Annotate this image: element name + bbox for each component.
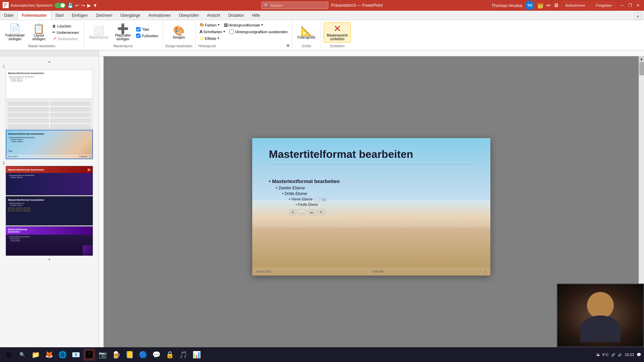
present-icon[interactable]: ▶ xyxy=(87,3,91,8)
filename-label: Präsentation3 — PowerPoint xyxy=(331,3,383,8)
left-ruler-vertical: · · · · · · · · · · · · · · · xyxy=(99,56,104,357)
taskbar-chrome[interactable]: 🌐 xyxy=(56,349,68,361)
titel-checkbox[interactable] xyxy=(136,27,141,32)
umbenennen-btn[interactable]: ✏ Umbenennen xyxy=(50,29,81,35)
design-group-items: 🎨 Designs xyxy=(169,22,189,43)
tab-dictation[interactable]: Dictation xyxy=(224,11,248,20)
taskbar-music[interactable]: 🎵 xyxy=(177,349,189,361)
taskbar-file-explorer[interactable]: 📁 xyxy=(30,349,42,361)
placeholder-icon: ➕ xyxy=(117,24,129,34)
hintergrundformate-btn[interactable]: 🖼 Hintergrundformate ▼ xyxy=(223,22,265,28)
tab-start[interactable]: Start xyxy=(51,11,68,20)
taskbar-camera[interactable]: 📷 xyxy=(97,349,109,361)
folienmaster-einfuegen-btn[interactable]: 📄 Folienmastereinfügen xyxy=(3,23,28,42)
hintergrundgrafiken-checkbox[interactable] xyxy=(229,29,234,34)
design-group-label: Design bearbeiten xyxy=(165,44,193,48)
fusszeilen-checkbox[interactable] xyxy=(136,34,141,38)
more-icon[interactable]: ▼ xyxy=(93,3,98,8)
platzhalter-label: Platzhaltereinfügen xyxy=(115,34,131,41)
close-button[interactable]: ✕ xyxy=(635,2,641,9)
tab-datei[interactable]: Datei xyxy=(0,11,17,20)
minimize-button[interactable]: — xyxy=(619,2,625,9)
fusszeilen-checkbox-row[interactable]: Fußzeilen xyxy=(135,33,159,38)
record-button[interactable]: Aufzeichnen xyxy=(561,2,589,8)
tab-ueberprufen[interactable]: Überprüfen xyxy=(175,11,203,20)
bullet-5: • Fünfte Ebene xyxy=(296,203,383,206)
tab-ansicht[interactable]: Ansicht xyxy=(203,11,224,20)
ruler-corner xyxy=(0,50,99,56)
taskbar-outlook[interactable]: 📧 xyxy=(70,349,82,361)
layout-einfuegen-btn[interactable]: 📋 Layouteinfügen xyxy=(29,23,49,42)
ruler-area: · · · · · · · · · · · · · · · · · · · · … xyxy=(0,50,644,56)
taskbar-start[interactable]: ⊞ xyxy=(3,349,15,361)
undo-icon[interactable]: ↩ xyxy=(75,3,79,8)
taskbar-firefox[interactable]: 🦊 xyxy=(43,349,55,361)
taskbar-volume-icon: 🔊 xyxy=(618,353,622,357)
slide-panel: ▲ 1 Mastertitelformat bearbeiten · Maste… xyxy=(0,56,99,357)
taskbar-teams[interactable]: 🔵 xyxy=(137,349,149,361)
search-box[interactable]: 🔍 Suchen xyxy=(261,2,328,9)
scroll-up-btn[interactable]: ▲ xyxy=(1,59,97,64)
scroll-thumb[interactable] xyxy=(639,62,644,75)
face-body xyxy=(580,315,621,342)
taskbar-app2[interactable]: 🔒 xyxy=(164,349,176,361)
loeschen-btn[interactable]: 🗑 Löschen xyxy=(50,23,81,29)
crown-icon: 👑 xyxy=(537,2,544,9)
beibehalten-btn[interactable]: 📌 Beibehalten xyxy=(50,36,81,42)
groesse-group-items: 📐 Foliengröße xyxy=(295,22,318,43)
slide-page-num: 1 xyxy=(484,270,486,273)
app-icon: 🅿 xyxy=(3,2,9,9)
taskbar-weather-icon: 🌤 xyxy=(596,353,600,357)
autosave-toggle[interactable] xyxy=(55,3,65,8)
masterlayout-btn[interactable]: ⬜ Masterlayout xyxy=(87,25,111,41)
ribbon-collapse-btn[interactable]: ∧ xyxy=(634,12,641,20)
taskbar-powerpoint[interactable]: 🅿 xyxy=(83,349,95,361)
slide-number-2: 2 xyxy=(1,160,6,166)
taskbar-onenote[interactable]: 📒 xyxy=(123,349,136,361)
taskbar-search[interactable]: 🔍 xyxy=(16,349,28,361)
farben-btn[interactable]: 🎨 Farben ▼ xyxy=(198,22,221,28)
masteransicht-schliessen-btn[interactable]: ✕ Masteransichtschließen xyxy=(324,22,351,43)
schriftarten-btn[interactable]: A Schriftarten ▼ xyxy=(198,28,227,35)
masteransicht-label: Masteransichtschließen xyxy=(327,34,347,41)
tab-einfuegen[interactable]: Einfügen xyxy=(68,11,92,20)
scroll-down-btn[interactable]: ▼ xyxy=(1,257,97,262)
taskbar-telegram[interactable]: 💬 xyxy=(150,349,162,361)
ribbon-group-design: 🎨 Designs Design bearbeiten xyxy=(163,21,196,49)
masterlayout-group-items: ⬜ Masterlayout ➕ Platzhaltereinfügen Tit… xyxy=(87,22,160,43)
restore-button[interactable]: ❐ xyxy=(627,2,633,9)
taskbar-right: 🌤 6°C 🔗 🔊 10:23 💬 xyxy=(596,353,641,357)
slide-thumb-4[interactable]: Mastertitelformat bearbeiten ■ · Mastert… xyxy=(6,166,93,195)
redo-icon[interactable]: ↪ xyxy=(81,3,85,8)
titel-checkbox-row[interactable]: Titel xyxy=(135,27,159,32)
tab-animationen[interactable]: Animationen xyxy=(144,11,175,20)
platzhalter-btn[interactable]: ➕ Platzhaltereinfügen xyxy=(112,23,133,42)
hintergrundgrafiken-row[interactable]: Hintergrundgrafiken ausblenden xyxy=(228,29,289,34)
tab-hilfe[interactable]: Hilfe xyxy=(248,11,264,20)
ruler-horizontal: · · · · · · · · · · · · · · · · · · · · … xyxy=(99,50,644,56)
effekte-btn[interactable]: ✨ Effekte ▼ xyxy=(198,36,221,41)
layout-label: Layouteinfügen xyxy=(33,34,45,41)
avatar[interactable]: TH xyxy=(525,1,534,10)
designs-btn[interactable]: 🎨 Designs xyxy=(169,25,189,41)
scroll-up-btn[interactable]: ▲ xyxy=(639,56,644,62)
hintergrundformate-icon: 🖼 xyxy=(224,23,228,27)
foliengroesse-btn[interactable]: 📐 Foliengröße xyxy=(295,25,318,41)
slide-thumb-5[interactable]: Mastertitelformat bearbeiten · Mastertex… xyxy=(6,196,93,226)
slide-thumb-3[interactable]: Mastertitelformat bearbeiten • Mastertex… xyxy=(6,130,93,159)
taskbar-app1[interactable]: 🍺 xyxy=(110,349,122,361)
share-button[interactable]: Freigeben xyxy=(592,2,616,8)
slide-thumb-1[interactable]: Mastertitelformat bearbeiten · Mastertit… xyxy=(6,69,93,99)
media-icon: ▬ xyxy=(308,209,315,215)
tab-zeichnen[interactable]: Zeichnen xyxy=(92,11,116,20)
slide-thumb-6[interactable]: Mastertitelformatbearbeiten · Mastertext… xyxy=(6,226,93,256)
taskbar-excel[interactable]: 📊 xyxy=(191,349,203,361)
taskbar-notification-icon[interactable]: 💬 xyxy=(637,353,641,357)
hintergrund-expand-icon[interactable]: ⧉ xyxy=(287,44,289,48)
tab-uebergaenge[interactable]: Übergänge xyxy=(116,11,144,20)
tab-folienmaster[interactable]: Folienmaster xyxy=(17,11,51,20)
ribbon-group-hintergrund: 🎨 Farben ▼ 🖼 Hintergrundformate ▼ A Schr… xyxy=(196,21,292,49)
slide-thumb-2[interactable] xyxy=(6,100,93,129)
delete-icon: 🗑 xyxy=(52,24,56,28)
save-icon[interactable]: 💾 xyxy=(67,3,73,8)
